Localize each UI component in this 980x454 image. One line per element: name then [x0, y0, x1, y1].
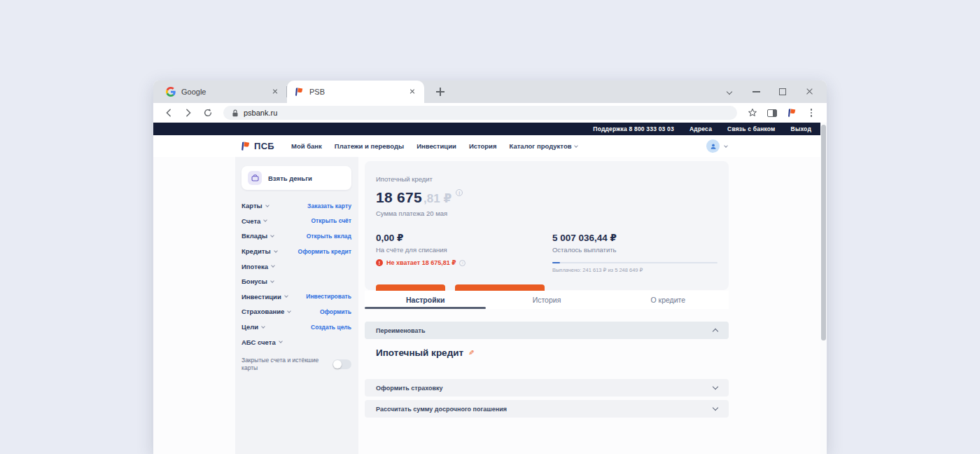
window-close-button[interactable]: [796, 81, 822, 103]
sidebar-item-insurance[interactable]: Страхование Оформить: [241, 304, 351, 319]
sidebar-menu: Карты Заказать карту Счета Открыть счёт …: [241, 198, 351, 350]
action-get-credit[interactable]: Оформить кредит: [298, 248, 351, 255]
help-icon[interactable]: i: [459, 260, 465, 266]
remaining-column: 5 007 036,44 ₽ Осталось выплатить Выплач…: [552, 232, 718, 273]
forward-button[interactable]: [180, 104, 197, 121]
chevron-down-icon: [270, 233, 274, 238]
chevron-down-icon: [274, 249, 278, 253]
window-menu-chevron[interactable]: [716, 81, 743, 103]
sidebar-item-cards[interactable]: Карты Заказать карту: [241, 198, 351, 214]
nav-item-my-bank[interactable]: Мой банк: [291, 142, 322, 150]
bookmark-button[interactable]: [744, 104, 761, 121]
action-open-account[interactable]: Открыть счёт: [311, 217, 351, 224]
psb-logo[interactable]: ПСБ: [240, 141, 274, 151]
sidebar-item-accounts[interactable]: Счета Открыть счёт: [241, 214, 351, 229]
early-calc-label: Рассчитать сумму досрочного погашения: [376, 406, 507, 413]
browser-toolbar: psbank.ru: [153, 103, 827, 123]
profile-menu[interactable]: [706, 139, 727, 153]
side-panel-button[interactable]: [764, 104, 780, 121]
insurance-accordion[interactable]: Оформить страховку: [365, 379, 729, 397]
payment-amount-frac: ,81 ₽: [424, 191, 451, 206]
info-icon[interactable]: i: [456, 189, 463, 196]
psb-logo-icon: [240, 141, 251, 151]
action-open-deposit[interactable]: Открыть вклад: [307, 233, 351, 240]
tab-google-title: Google: [181, 88, 265, 96]
insufficient-funds-warning: ! Не хватает 18 675,81 ₽ i: [376, 259, 552, 266]
action-create-goal[interactable]: Создать цель: [311, 324, 351, 331]
insurance-label: Оформить страховку: [376, 385, 443, 392]
remaining-caption: Осталось выплатить: [552, 246, 718, 254]
nav-item-catalog[interactable]: Каталог продуктов: [510, 142, 578, 150]
early-repayment-calc-accordion[interactable]: Рассчитать сумму досрочного погашения: [365, 400, 729, 418]
nav-item-history[interactable]: История: [469, 142, 497, 150]
chevron-up-icon: [713, 329, 718, 334]
psb-favicon-icon: [294, 87, 304, 97]
nav-item-investments[interactable]: Инвестиции: [416, 142, 456, 150]
back-button[interactable]: [160, 104, 177, 121]
addresses-link[interactable]: Адреса: [690, 125, 712, 132]
tab-psb-close-icon[interactable]: [407, 87, 417, 97]
sidebar-item-deposits[interactable]: Вклады Открыть вклад: [241, 228, 351, 244]
chevron-down-icon: [727, 89, 732, 95]
chevron-down-icon: [713, 384, 718, 390]
take-money-label: Взять деньги: [268, 174, 312, 182]
new-tab-button[interactable]: [433, 84, 448, 99]
chevron-down-icon: [574, 144, 578, 148]
chevron-down-icon: [287, 309, 291, 313]
chevron-down-icon: [265, 203, 270, 207]
tab-settings[interactable]: Настройки: [365, 291, 486, 309]
balance-caption: На счёте для списания: [376, 246, 552, 254]
repayment-progress-bar: [552, 262, 718, 263]
minimize-icon: [752, 91, 760, 92]
logout-link[interactable]: Выход: [791, 125, 811, 132]
tab-google[interactable]: Google: [159, 81, 287, 103]
sidebar-item-goals[interactable]: Цели Создать цель: [241, 319, 351, 335]
rename-accordion[interactable]: Переименовать: [365, 322, 729, 339]
loan-name: Ипотечный кредит: [376, 348, 463, 358]
sidebar-item-bonuses[interactable]: Бонусы: [241, 274, 351, 289]
closed-accounts-toggle[interactable]: [332, 359, 351, 369]
tab-google-close-icon[interactable]: [270, 87, 280, 97]
avatar: [706, 139, 720, 153]
maximize-button[interactable]: [769, 81, 796, 103]
remaining-amount: 5 007 036,44 ₽: [552, 232, 718, 243]
balance-column: 0,00 ₽ На счёте для списания ! Не хватае…: [376, 232, 552, 273]
tab-psb[interactable]: PSB: [287, 81, 424, 103]
chevron-down-icon: [264, 219, 268, 223]
address-bar[interactable]: psbank.ru: [223, 106, 737, 120]
take-money-button[interactable]: Взять деньги: [241, 166, 351, 190]
user-icon: [710, 143, 717, 150]
back-arrow-icon: [164, 108, 174, 118]
psb-extension-button[interactable]: [783, 104, 800, 121]
action-order-card[interactable]: Заказать карту: [307, 202, 351, 209]
loan-type-label: Ипотечный кредит: [376, 175, 718, 183]
site-topbar: Поддержка 8 800 333 03 03 Адреса Связь с…: [153, 123, 827, 135]
chevron-down-icon: [261, 324, 265, 329]
edit-pencil-icon[interactable]: ✎: [468, 349, 474, 357]
psb-extension-icon: [787, 108, 797, 118]
tab-history[interactable]: История: [486, 291, 607, 309]
sidebar-item-mortgage[interactable]: Ипотека: [241, 259, 351, 274]
warning-icon: !: [376, 259, 383, 266]
tab-about-loan[interactable]: О кредите: [608, 291, 729, 309]
balance-amount: 0,00 ₽: [376, 232, 552, 243]
paid-caption: Выплачено: 241 613 ₽ из 5 248 649 ₽: [552, 267, 718, 273]
reload-icon: [203, 108, 213, 118]
action-get-insurance[interactable]: Оформить: [320, 308, 351, 315]
loan-summary-card: Ипотечный кредит 18 675 ,81 ₽ i Сумма пл…: [365, 161, 729, 290]
browser-menu-button[interactable]: [803, 104, 820, 121]
action-invest[interactable]: Инвестировать: [306, 293, 351, 300]
sidebar-item-investments[interactable]: Инвестиции Инвестировать: [241, 289, 351, 305]
side-panel-icon: [767, 109, 777, 117]
reload-button[interactable]: [200, 104, 216, 121]
minimize-button[interactable]: [743, 81, 769, 103]
chevron-down-icon: [271, 263, 275, 268]
contact-bank-link[interactable]: Связь с банком: [727, 125, 776, 132]
sidebar-item-credits[interactable]: Кредиты Оформить кредит: [241, 244, 351, 259]
wallet-icon: [248, 171, 262, 185]
maximize-icon: [779, 88, 786, 95]
sidebar-item-abs-accounts[interactable]: АБС счета: [241, 334, 351, 350]
nav-item-payments[interactable]: Платежи и переводы: [335, 142, 404, 150]
page-scrollbar[interactable]: [820, 123, 827, 454]
scrollbar-thumb[interactable]: [821, 125, 826, 340]
